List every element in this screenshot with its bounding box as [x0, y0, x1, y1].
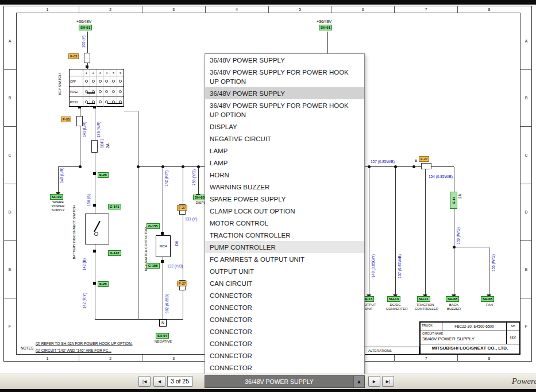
wire-segment	[58, 166, 80, 167]
connector-pin	[93, 282, 96, 285]
dropdown-item[interactable]: 36/48V POWER SUPPLY FOR POWER HOOK UP OP…	[205, 66, 364, 87]
sheet-ref-sh01-left: SH-01	[79, 25, 92, 30]
contact-bridge	[107, 103, 122, 104]
wire-segment	[95, 319, 183, 320]
connector-pin	[93, 204, 96, 207]
dropdown-item[interactable]: SPARE POWER SUPPLY	[205, 193, 364, 205]
connector-g155: G-155	[146, 223, 160, 229]
dropdown-item[interactable]: NEGATIVE CIRCUIT	[205, 133, 364, 145]
dropdown-item[interactable]: 36/48V POWER SUPPLY FOR POWER HOOK UP OP…	[205, 99, 364, 121]
contact-circle-icon	[85, 80, 88, 83]
grid-row-label: E	[520, 240, 532, 298]
dropdown-item[interactable]: CONNECTOR	[205, 362, 364, 374]
collapse-arrow-icon[interactable]: ▲	[353, 376, 364, 387]
fuse-label-f27-right: F-27	[419, 156, 429, 162]
dropdown-item[interactable]: 36/48V POWER SUPPLY	[205, 54, 364, 66]
negative-terminal-symbol: N	[159, 319, 167, 327]
dropdown-item[interactable]: CLAMP LOCK OUT OPTION	[205, 205, 364, 217]
top-letterbox-bar	[0, 0, 536, 5]
wire-label-140-a: 140 (L/R)	[82, 122, 86, 137]
connector-g156: G-156	[146, 263, 160, 269]
junction-dot	[453, 246, 456, 249]
wire-label-142-b: 142 (B)	[82, 258, 86, 270]
supply-label-left: +36/48V	[76, 20, 91, 24]
key-switch-table: 123456OFFPOS2POS3	[69, 69, 124, 107]
first-page-button[interactable]: |◀	[138, 376, 151, 387]
sh08-buzzer-caption: BACK BUZZER	[446, 303, 462, 311]
sheet-ref-sh04: SH-04	[156, 333, 169, 339]
wire-segment	[58, 167, 59, 192]
fuse-rating-sbf1: 2A	[106, 143, 110, 148]
connector-pin	[161, 260, 164, 263]
viewer-toolbar: |◀ ◀ 3 of 25 36/48V POWER SUPPLY ▲ ▶ ▶| …	[0, 374, 536, 389]
dropdown-item[interactable]: MOTOR CONTROL	[205, 217, 364, 229]
dropdown-item[interactable]: TRACTION CONTROLLER	[205, 229, 364, 241]
contact-circle-icon	[112, 80, 115, 83]
company-name: MITSUBISHI LOGISNEXT CO., LTD.	[421, 344, 519, 354]
note-link-1[interactable]: (1) CIRCUIT "143" AND "146" ARE FOR FC..…	[36, 348, 111, 352]
dropdown-item[interactable]: PUMP CONTROLLER	[205, 241, 364, 253]
sh08-fan-caption: FAN	[480, 303, 499, 307]
dropdown-item[interactable]: CONNECTOR	[205, 313, 364, 325]
connector-g141: G-141	[108, 204, 121, 209]
sh09-caption: SPARE POWER SUPPLY	[47, 200, 70, 212]
dropdown-item[interactable]: WARNING BUZZER	[205, 181, 364, 193]
dropdown-item[interactable]: CONNECTOR	[205, 325, 364, 337]
section-dropdown-button[interactable]: 36/48V POWER SUPPLY ▲	[205, 375, 365, 388]
sh-label: SH	[507, 323, 519, 331]
wire-label-148: 148 (0.85G/Y)	[371, 254, 375, 278]
dropdown-item[interactable]: HORN	[205, 169, 364, 181]
supply-label-right: +36/48V	[317, 20, 331, 24]
truck-label: TRUCK	[421, 323, 442, 331]
fuse-rating-e14: 2A	[458, 194, 462, 199]
wire-label-156: 156 (B)	[87, 194, 91, 206]
wire-label-157-bus: 157 (0.85W/B)	[371, 160, 395, 164]
grid-col-label: 2	[79, 6, 142, 13]
previous-page-button[interactable]: ◀	[153, 376, 165, 387]
dropdown-item[interactable]: CAN CIRCUIT	[205, 277, 364, 289]
page-indicator-input[interactable]: 3 of 25	[167, 376, 192, 387]
dropdown-item[interactable]: LAMP	[205, 157, 364, 169]
key-switch-title: KEY SWITCH	[58, 73, 61, 95]
sheet-number: 02	[507, 331, 519, 344]
contact-circle-icon	[99, 80, 102, 83]
dropdown-item[interactable]: FC ARMREST & OUTPUT UNIT	[205, 253, 364, 265]
sheet-ref-sh13-dcdc: SH-13	[387, 296, 400, 302]
connector-pin	[93, 250, 96, 253]
switch-blade-icon	[94, 221, 101, 232]
dropdown-item[interactable]: LAMP	[205, 145, 364, 157]
dropdown-item[interactable]: OUTPUT UNIT	[205, 265, 364, 277]
wire-segment	[183, 166, 183, 319]
powered-by-text: Powere	[512, 377, 536, 386]
note-link-2[interactable]: (2) REFER TO SH-02A FOR POWER HOOK UP OP…	[36, 341, 133, 346]
wire-label-157-drop: 157 (0.85W/B)	[398, 254, 402, 278]
switch-contact-icon	[94, 232, 98, 236]
wire-segment	[454, 167, 454, 294]
dropdown-item[interactable]: CONNECTOR	[205, 350, 364, 362]
contactor-mc4-symbol: MC4	[156, 235, 171, 257]
grid-col-label: 8	[457, 355, 520, 362]
dropdown-item[interactable]: CONNECTOR	[205, 301, 364, 313]
wire-label-132: 132 (Y/B)	[167, 264, 183, 268]
truck-value: FBC22-30, E4500-6500	[442, 323, 507, 331]
junction-dot	[79, 165, 82, 168]
contact-bridge	[87, 92, 95, 94]
dropdown-item[interactable]: CONNECTOR	[205, 337, 364, 350]
connector-e28-top: E-28	[98, 172, 109, 178]
dropdown-item[interactable]: 36/48V POWER SUPPLY	[205, 87, 364, 99]
wire-segment	[327, 32, 328, 53]
wire-segment	[395, 167, 396, 294]
wire-segment	[369, 167, 369, 294]
sheet-ref-sh08-buzzer: SH-08	[446, 296, 459, 302]
fuse-e14-label: E-14	[452, 197, 456, 204]
next-page-button[interactable]: ▶	[368, 376, 380, 387]
fuse-e14-symbol: E-14	[450, 192, 457, 209]
contact-circle-icon	[92, 80, 95, 83]
notes-label: NOTES	[21, 346, 33, 350]
contact-circle-icon	[105, 80, 108, 83]
dropdown-item[interactable]: CONNECTOR	[205, 289, 364, 301]
last-page-button[interactable]: ▶|	[382, 376, 394, 387]
dropdown-item[interactable]: DISPLAY	[205, 121, 364, 133]
sh13-dcdc-caption: DC/DC CONVERTER	[386, 303, 404, 311]
sheet-ref-sh11: SH-11	[417, 296, 430, 302]
